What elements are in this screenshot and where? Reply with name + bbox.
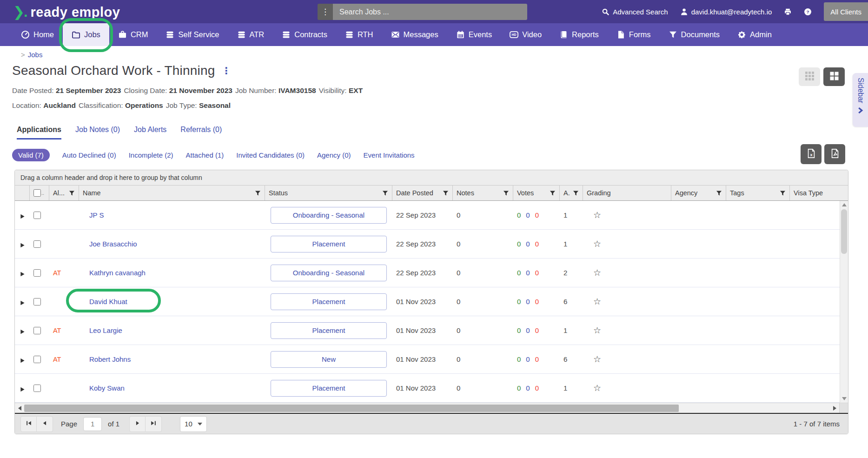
column-header-expand[interactable] <box>15 186 30 200</box>
scroll-down-icon[interactable] <box>842 397 847 400</box>
status-button[interactable]: Placement <box>271 293 387 310</box>
applicant-name-link[interactable]: Leo Largie <box>89 326 122 334</box>
status-button[interactable]: Placement <box>271 322 387 339</box>
filter-event-invitations[interactable]: Event Invitations <box>364 151 415 159</box>
tab-applications[interactable]: Applications <box>17 126 61 139</box>
vertical-scroll-thumb[interactable] <box>841 209 847 254</box>
applicant-name-link[interactable]: David Khuat <box>89 298 127 305</box>
row-checkbox[interactable] <box>33 298 41 305</box>
nav-item-messages[interactable]: Messages <box>382 23 447 46</box>
status-button[interactable]: Placement <box>271 380 387 397</box>
grading-star-icon[interactable]: ☆ <box>593 383 601 393</box>
expand-row-button[interactable] <box>15 230 30 258</box>
nav-item-rth[interactable]: RTH <box>336 23 382 46</box>
nav-item-atr[interactable]: ATR <box>228 23 273 46</box>
job-actions-kebab-icon[interactable]: ⋮ <box>221 66 231 75</box>
tab-referrals-0[interactable]: Referrals (0) <box>180 126 222 139</box>
status-button[interactable]: Onboarding - Seasonal <box>271 207 387 224</box>
applicant-name-link[interactable]: Kathryn cavanagh <box>89 269 146 277</box>
expand-row-button[interactable] <box>15 287 30 316</box>
tab-job-alerts[interactable]: Job Alerts <box>134 126 166 139</box>
advanced-search-link[interactable]: Advanced Search <box>602 8 668 16</box>
filter-valid-7[interactable]: Valid (7) <box>12 149 50 161</box>
select-all-checkbox[interactable] <box>33 189 41 197</box>
column-header-check[interactable]: .. <box>30 186 49 200</box>
page-number-input[interactable] <box>83 417 102 431</box>
expand-row-button[interactable] <box>15 374 30 402</box>
filter-invited-candidates-0[interactable]: Invited Candidates (0) <box>236 151 305 159</box>
all-clients-button[interactable]: All Clients <box>824 2 868 21</box>
grading-star-icon[interactable]: ☆ <box>593 325 601 336</box>
filter-icon[interactable] <box>69 190 75 196</box>
filter-icon[interactable] <box>550 190 556 196</box>
row-checkbox[interactable] <box>33 212 41 219</box>
expand-row-button[interactable] <box>15 201 30 229</box>
status-button[interactable]: Placement <box>271 236 387 252</box>
row-checkbox[interactable] <box>33 240 41 248</box>
horizontal-scrollbar[interactable] <box>15 403 848 413</box>
app-logo[interactable]: ❯. ready employ <box>13 4 120 20</box>
scroll-left-icon[interactable] <box>15 403 24 413</box>
status-button[interactable]: Onboarding - Seasonal <box>271 265 387 281</box>
grading-star-icon[interactable]: ☆ <box>593 354 601 365</box>
page-size-select[interactable]: 10 <box>180 416 207 432</box>
applicant-name-link[interactable]: Robert Johns <box>89 355 131 363</box>
column-header-name[interactable]: Name <box>79 186 265 200</box>
nav-item-events[interactable]: Events <box>447 23 501 46</box>
group-by-bar[interactable]: Drag a column header and drop it here to… <box>15 170 848 186</box>
first-page-button[interactable] <box>20 416 37 432</box>
help-icon[interactable]: ? <box>804 8 812 16</box>
column-header-al[interactable]: Al... <box>49 186 79 200</box>
column-header-tags[interactable]: Tags <box>726 186 790 200</box>
print-icon[interactable] <box>784 8 792 16</box>
row-checkbox[interactable] <box>33 356 41 363</box>
grading-star-icon[interactable]: ☆ <box>593 239 601 249</box>
nav-item-crm[interactable]: CRM <box>109 23 157 46</box>
nav-item-video[interactable]: HDVideo <box>501 23 550 46</box>
filter-attached-1[interactable]: Attached (1) <box>186 151 224 159</box>
column-header-status[interactable]: Status <box>265 186 392 200</box>
expand-row-button[interactable] <box>15 316 30 345</box>
filter-icon[interactable] <box>573 190 579 196</box>
column-header-a[interactable]: A. <box>560 186 583 200</box>
column-header-votes[interactable]: Votes <box>513 186 560 200</box>
list-view-button[interactable] <box>799 67 820 86</box>
grading-star-icon[interactable]: ☆ <box>593 210 601 220</box>
export-excel-button[interactable]: x <box>801 144 822 164</box>
nav-item-forms[interactable]: Forms <box>608 23 660 46</box>
filter-icon[interactable] <box>503 190 509 196</box>
filter-incomplete-2[interactable]: Incomplete (2) <box>129 151 173 159</box>
filter-agency-0[interactable]: Agency (0) <box>317 151 351 159</box>
sidebar-toggle[interactable]: Sidebar <box>853 73 868 127</box>
tab-job-notes-0[interactable]: Job Notes (0) <box>75 126 120 139</box>
nav-item-jobs[interactable]: Jobs <box>63 23 109 46</box>
export-pdf-button[interactable] <box>824 144 845 164</box>
search-input[interactable] <box>333 4 527 20</box>
nav-item-documents[interactable]: Documents <box>660 23 729 46</box>
filter-icon[interactable] <box>255 190 261 196</box>
applicant-name-link[interactable]: JP S <box>89 211 104 219</box>
scroll-up-icon[interactable] <box>842 203 847 206</box>
filter-auto-declined-0[interactable]: Auto Declined (0) <box>62 151 116 159</box>
nav-item-admin[interactable]: Admin <box>729 23 781 46</box>
next-page-button[interactable] <box>129 416 146 432</box>
column-header-date-posted[interactable]: Date Posted <box>392 186 453 200</box>
scroll-right-icon[interactable] <box>830 403 839 413</box>
grading-star-icon[interactable]: ☆ <box>593 296 601 307</box>
user-menu[interactable]: david.khuat@readytech.io <box>680 8 772 16</box>
grading-star-icon[interactable]: ☆ <box>593 267 601 278</box>
vertical-scrollbar[interactable] <box>840 201 848 403</box>
column-header-visa-type[interactable]: Visa Type <box>790 186 840 200</box>
search-options-button[interactable]: ⋮ <box>318 4 333 20</box>
card-view-button[interactable] <box>823 67 845 86</box>
nav-item-self-service[interactable]: Self Service <box>157 23 228 46</box>
expand-row-button[interactable] <box>15 345 30 373</box>
filter-icon[interactable] <box>443 190 449 196</box>
nav-item-reports[interactable]: Reports <box>550 23 608 46</box>
expand-row-button[interactable] <box>15 259 30 287</box>
prev-page-button[interactable] <box>37 416 53 432</box>
filter-icon[interactable] <box>382 190 388 196</box>
row-checkbox[interactable] <box>33 385 41 392</box>
row-checkbox[interactable] <box>33 327 41 334</box>
horizontal-scroll-thumb[interactable] <box>24 405 679 412</box>
